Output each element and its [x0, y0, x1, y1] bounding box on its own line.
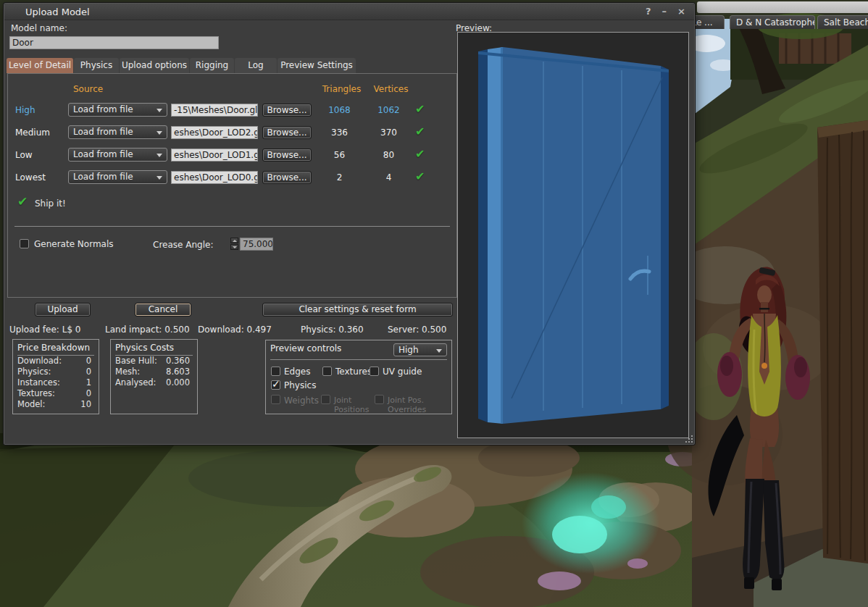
generate-normals-label: Generate Normals	[34, 239, 114, 249]
ship-it-check-icon: ✔	[17, 194, 28, 209]
tab-log[interactable]: Log	[235, 58, 277, 73]
dialog-tabs: Level of Detail Physics Upload options R…	[7, 58, 356, 73]
clear-reset-button[interactable]: Clear settings & reset form	[262, 303, 453, 317]
preview-lod-dropdown[interactable]: High	[393, 343, 447, 356]
tab-rigging[interactable]: Rigging	[190, 58, 234, 73]
tab-upload-options[interactable]: Upload options	[120, 58, 189, 73]
minimize-icon[interactable]: –	[662, 7, 667, 17]
spinner-up-icon[interactable]	[230, 238, 238, 243]
tab-level-of-detail[interactable]: Level of Detail	[7, 58, 73, 73]
land-impact-text: Land impact: 0.500	[105, 325, 190, 335]
tab-preview-settings[interactable]: Preview Settings	[277, 58, 356, 73]
preview-controls-title: Preview controls	[266, 340, 346, 356]
triangles-header: Triangles	[318, 84, 365, 94]
triangles-value-lowest: 2	[316, 172, 363, 183]
browse-button-high[interactable]: Browse...	[262, 104, 312, 117]
crease-angle-input[interactable]: 75.000	[240, 238, 273, 251]
lod-file-input-low[interactable]: eshes\Door_LOD1.glb	[171, 148, 258, 162]
joint-positions-label: Joint Positions	[334, 395, 372, 414]
lod-status-check-icon: ✔	[415, 125, 425, 138]
crease-angle-label: Crease Angle:	[153, 240, 213, 250]
price-row-label: Download:	[17, 356, 62, 367]
model-name-label: Model name:	[11, 23, 67, 33]
price-row-value: 0	[86, 356, 91, 367]
lod-level-high: High	[15, 105, 36, 115]
browse-button-lowest[interactable]: Browse...	[262, 171, 312, 184]
location-tab-2[interactable]: D & N Catastrophe	[730, 15, 815, 29]
dropdown-arrow-icon	[436, 349, 442, 353]
preview-controls-panel: Preview controls High Edges Textures UV …	[265, 340, 452, 414]
dropdown-arrow-icon	[157, 154, 162, 157]
physics-label: Physics	[284, 380, 316, 390]
uv-guide-label: UV guide	[383, 367, 422, 377]
dialog-titlebar[interactable]: Upload Model ? – ×	[4, 4, 694, 20]
joint-positions-checkbox[interactable]	[321, 395, 330, 404]
textures-label: Textures	[335, 367, 372, 377]
physics-weight-text: Physics: 0.360	[301, 325, 364, 335]
source-header: Source	[73, 84, 103, 94]
triangles-value-high: 1068	[316, 105, 363, 115]
help-icon[interactable]: ?	[646, 7, 651, 17]
price-row-value: 10	[80, 399, 91, 410]
resize-grip[interactable]	[685, 435, 693, 443]
lod-level-lowest: Lowest	[15, 172, 46, 183]
lod-status-check-icon: ✔	[415, 102, 425, 116]
notification-bar	[697, 1, 868, 13]
uv-guide-checkbox[interactable]	[370, 367, 379, 376]
divider	[14, 226, 450, 227]
model-preview-viewport[interactable]	[457, 32, 689, 438]
divider	[270, 359, 447, 360]
teal-flowers	[522, 472, 659, 574]
physics-row-value: 0.360	[166, 356, 190, 367]
price-row-label: Textures:	[17, 388, 55, 399]
lod-source-dropdown-lowest[interactable]: Load from file	[68, 170, 167, 184]
price-row-label: Model:	[17, 399, 45, 410]
location-tab-3[interactable]: Salt Beach	[817, 15, 868, 29]
dialog-title: Upload Model	[4, 7, 90, 17]
tab-physics[interactable]: Physics	[74, 58, 119, 73]
dropdown-arrow-icon	[157, 109, 162, 112]
edges-checkbox[interactable]	[271, 367, 280, 376]
upload-button[interactable]: Upload	[35, 303, 91, 317]
spinner-down-icon[interactable]	[230, 244, 238, 250]
vertices-value-lowest: 4	[365, 172, 412, 183]
vertices-value-high: 1062	[365, 105, 412, 115]
upload-model-dialog: Upload Model ? – × Model name: Door Leve…	[3, 2, 696, 445]
generate-normals-checkbox[interactable]	[20, 239, 29, 248]
close-icon[interactable]: ×	[677, 7, 685, 17]
physics-costs-title: Physics Costs	[111, 340, 197, 355]
joint-pos-overrides-checkbox[interactable]	[375, 395, 384, 404]
door-model-preview	[458, 33, 688, 438]
lod-source-dropdown-high[interactable]: Load from file	[68, 103, 167, 117]
textures-checkbox[interactable]	[322, 367, 332, 376]
wooden-plank	[817, 120, 868, 564]
triangles-value-medium: 336	[316, 127, 363, 138]
lod-tab-panel: Source Triangles Vertices High Load from…	[7, 73, 457, 298]
lod-file-input-medium[interactable]: eshes\Door_LOD2.glb	[171, 126, 258, 139]
cancel-button[interactable]: Cancel	[135, 303, 191, 317]
joint-pos-overrides-label: Joint Pos. Overrides	[388, 395, 433, 414]
lod-status-check-icon: ✔	[415, 169, 425, 183]
physics-checkbox[interactable]	[271, 380, 280, 390]
lod-status-check-icon: ✔	[415, 147, 425, 161]
crease-angle-stepper[interactable]	[230, 238, 238, 251]
price-row-label: Physics:	[17, 367, 51, 377]
vertices-header: Vertices	[367, 84, 414, 94]
physics-row-label: Analysed:	[115, 377, 156, 388]
price-row-value: 1	[86, 377, 91, 388]
price-row-value: 0	[86, 367, 91, 377]
model-name-input[interactable]: Door	[9, 36, 219, 49]
browse-button-medium[interactable]: Browse...	[262, 126, 312, 139]
server-weight-text: Server: 0.500	[388, 325, 446, 335]
browse-button-low[interactable]: Browse...	[262, 148, 312, 162]
physics-row-value: 0.000	[166, 377, 190, 388]
lod-file-input-high[interactable]: -15\Meshes\Door.glb	[171, 104, 258, 117]
lod-source-dropdown-medium[interactable]: Load from file	[68, 125, 167, 139]
lod-source-dropdown-low[interactable]: Load from file	[68, 148, 167, 162]
weights-checkbox[interactable]	[271, 395, 280, 404]
upload-fee-text: Upload fee: L$ 0	[9, 325, 80, 335]
price-breakdown-panel: Price Breakdown Download:0 Physics:0 Ins…	[12, 339, 99, 414]
vertices-value-low: 80	[365, 150, 412, 160]
download-weight-text: Download: 0.497	[198, 325, 272, 335]
lod-file-input-lowest[interactable]: eshes\Door_LOD0.glb	[171, 171, 258, 184]
